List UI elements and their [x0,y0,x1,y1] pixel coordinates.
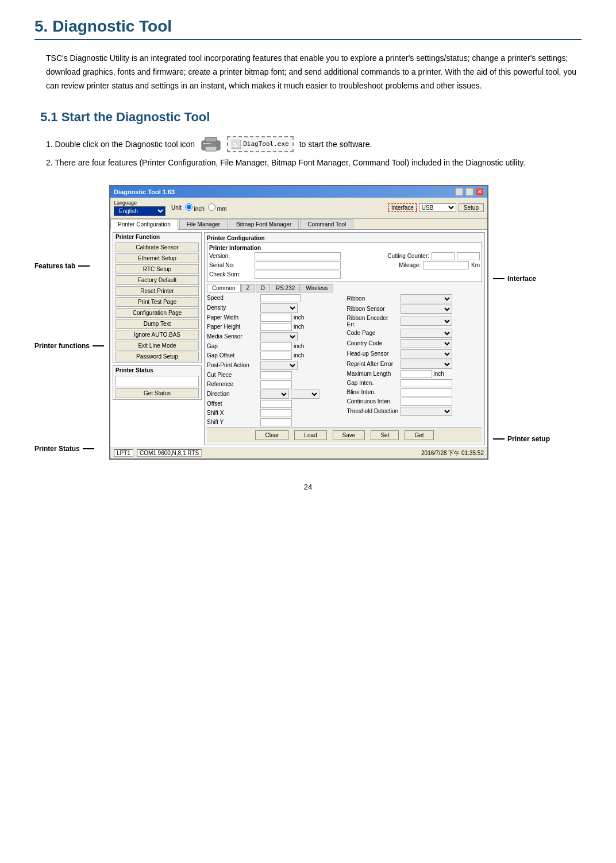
clear-button[interactable]: Clear [255,430,288,440]
head-up-sensor-label: Head-up Sensor [347,350,399,357]
speed-input[interactable] [260,294,301,302]
code-page-select[interactable] [401,329,452,338]
gap-row: Gap inch [207,342,342,350]
configuration-page-btn[interactable]: Configuration Page [116,308,199,318]
minimize-button[interactable]: _ [455,188,463,196]
direction-select2[interactable] [291,390,319,399]
continuous-inten-input[interactable] [401,398,452,406]
cutting-val2-input[interactable]: 0 [457,252,480,260]
calibrate-sensor-btn[interactable]: Calibrate Sensor [116,242,199,252]
right-panel: Printer Configuration Printer Informatio… [204,232,485,445]
density-select[interactable] [260,303,298,313]
password-setup-btn[interactable]: Password Setup [116,352,199,361]
direction-select1[interactable] [260,390,289,399]
ribbon-encoder-select[interactable] [401,317,452,326]
sub-tab-d[interactable]: D [256,284,270,292]
ribbon-sensor-row: Ribbon Sensor [347,305,483,314]
reset-printer-btn[interactable]: Reset Printer [116,286,199,296]
page-number: 24 [34,483,582,491]
svg-text:📄: 📄 [233,142,238,148]
ignore-autobas-btn[interactable]: Ignore AUTO.BAS [116,330,199,340]
tab-printer-configuration[interactable]: Printer Configuration [110,219,178,230]
interface-label-box: Interface [388,203,417,212]
status-com: COM1 9600,N,8,1 RTS [137,449,202,457]
serial-input[interactable] [255,261,341,269]
post-print-select[interactable] [260,361,298,370]
gap-inten-input[interactable] [401,379,452,387]
shift-x-input[interactable] [260,409,292,417]
interface-group: Interface USB Setup [388,203,484,212]
offset-row: Offset [207,400,342,408]
tab-file-manager[interactable]: File Manager [179,219,228,229]
get-button[interactable]: Get [405,430,433,440]
mileage-label: Mileage: [399,262,421,268]
tab-bitmap-font-manager[interactable]: Bitmap Font Manager [229,219,299,229]
sub-tab-wireless[interactable]: Wireless [301,284,333,292]
intro-paragraph: TSC's Diagnostic Utility is an integrate… [34,52,582,93]
mm-radio-label[interactable]: mm [208,203,226,212]
cut-piece-input[interactable] [260,371,292,379]
load-button[interactable]: Load [294,430,326,440]
density-label: Density [207,305,259,311]
shift-x-row: Shift X [207,409,342,417]
interface-select[interactable]: USB [419,203,456,212]
maximize-button[interactable]: □ [465,188,473,196]
cutting-val1-input[interactable]: 0 [432,252,455,260]
speed-row: Speed [207,294,342,302]
country-code-select[interactable] [401,339,452,348]
paper-width-label: Paper Width [207,314,259,321]
gap-offset-input[interactable] [260,352,292,360]
mileage-input[interactable] [423,261,469,269]
window-body: Printer Function Calibrate Sensor Ethern… [110,230,487,448]
offset-input[interactable] [260,400,292,408]
direction-row: Direction [207,390,342,399]
sub-tab-rs232[interactable]: RS:232 [271,284,300,292]
sub-tab-z[interactable]: Z [241,284,255,292]
sub-tab-common[interactable]: Common [207,284,241,292]
reprint-select[interactable] [401,360,452,369]
step2-text: 2. There are four features (Printer Conf… [46,158,525,167]
max-length-input[interactable] [401,370,432,378]
mm-radio[interactable] [208,203,215,211]
save-button[interactable]: Save [333,430,365,440]
threshold-select[interactable] [401,407,452,416]
svg-rect-4 [203,143,211,144]
reference-input[interactable] [260,380,292,388]
ribbon-label: Ribbon [347,295,399,302]
checksum-input[interactable] [255,271,341,279]
gap-input[interactable] [260,342,292,350]
threshold-detection-row: Threshold Detection [347,407,483,416]
close-button[interactable]: ✕ [476,188,484,196]
printer-icon [201,136,221,152]
get-status-btn[interactable]: Get Status [116,388,199,398]
ribbon-select[interactable] [401,294,452,303]
factory-default-btn[interactable]: Factory Default [116,275,199,285]
ribbon-sensor-select[interactable] [401,305,452,314]
ethernet-setup-btn[interactable]: Ethernet Setup [116,253,199,263]
window-controls[interactable]: _ □ ✕ [455,188,484,196]
dump-text-btn[interactable]: Dump Text [116,319,199,329]
inch-radio-label[interactable]: inch [185,203,205,212]
media-sensor-select[interactable] [260,332,298,341]
tab-command-tool[interactable]: Command Tool [300,219,353,229]
paper-height-input[interactable] [260,323,292,331]
head-up-select[interactable] [401,349,452,359]
shift-y-input[interactable] [260,418,292,426]
bline-inten-input[interactable] [401,388,452,396]
paper-width-input[interactable] [260,314,292,322]
paper-height-row: Paper Height inch [207,323,342,331]
inch-radio[interactable] [185,203,192,211]
setup-button[interactable]: Setup [459,203,484,212]
language-select[interactable]: English [114,206,165,216]
rtc-setup-btn[interactable]: RTC Setup [116,264,199,274]
svg-rect-2 [205,147,217,151]
diagram-container: Features tab Printer functions Printer S… [34,185,582,460]
exit-line-mode-btn[interactable]: Exit Line Mode [116,341,199,350]
version-input[interactable] [255,252,341,260]
print-test-page-btn[interactable]: Print Test Page [116,297,199,307]
set-button[interactable]: Set [371,430,399,440]
steps-container: 1. Double click on the Diagnostic tool i… [34,136,582,170]
cutting-counter-label: Cutting Counter: [387,253,429,259]
gap-inten-row: Gap Inten. [347,379,483,387]
version-row: Version: Cutting Counter: 0 0 [209,252,480,260]
